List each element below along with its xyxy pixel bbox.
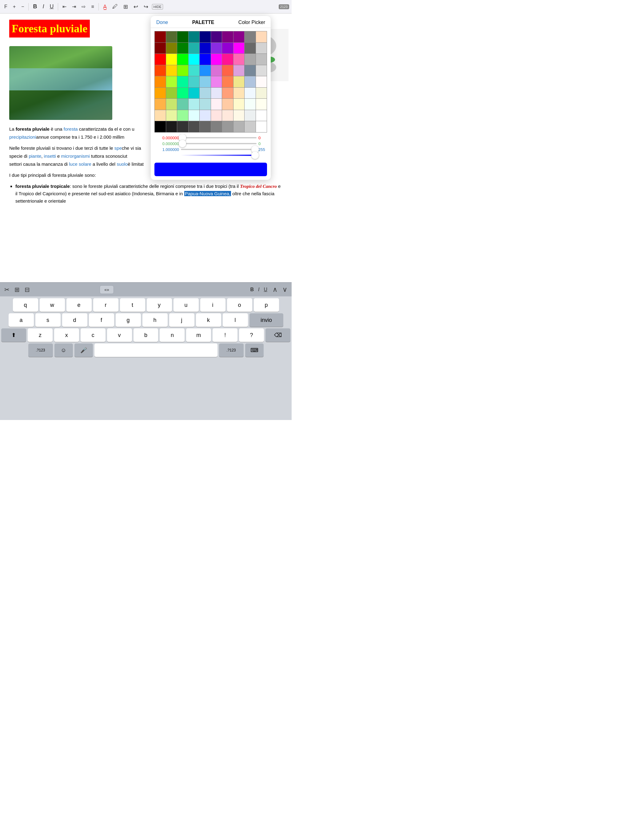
increase-font-button[interactable]: + bbox=[11, 3, 17, 11]
para2-link2[interactable]: piante bbox=[28, 153, 41, 159]
palette-cell[interactable] bbox=[211, 54, 222, 65]
palette-cell[interactable] bbox=[188, 121, 199, 132]
kb-up-button[interactable]: ∧ bbox=[271, 284, 279, 295]
key-g[interactable]: g bbox=[116, 313, 141, 327]
key-x[interactable]: x bbox=[54, 328, 79, 342]
font-button[interactable]: F bbox=[2, 3, 9, 11]
kb-italic-button[interactable]: I bbox=[256, 286, 261, 294]
palette-cell[interactable] bbox=[188, 54, 199, 65]
palette-cell[interactable] bbox=[155, 76, 166, 87]
key-p[interactable]: p bbox=[254, 298, 279, 312]
clipboard-copy-button[interactable]: ⊞ bbox=[13, 285, 21, 295]
palette-cell[interactable] bbox=[245, 99, 256, 110]
palette-cell[interactable] bbox=[188, 32, 199, 43]
para2-link3[interactable]: insetti bbox=[44, 153, 56, 159]
color-picker-tab-button[interactable]: Color Picker bbox=[238, 20, 265, 25]
palette-cell[interactable] bbox=[166, 54, 177, 65]
green-slider-track[interactable] bbox=[181, 143, 256, 144]
align-center-button[interactable]: ⇥ bbox=[70, 2, 78, 11]
palette-cell[interactable] bbox=[177, 121, 188, 132]
palette-cell[interactable] bbox=[199, 43, 211, 54]
palette-cell[interactable] bbox=[256, 65, 267, 76]
palette-cell[interactable] bbox=[211, 43, 222, 54]
kb-down-button[interactable]: ∨ bbox=[281, 284, 288, 295]
key-r[interactable]: r bbox=[93, 298, 119, 312]
palette-cell[interactable] bbox=[211, 76, 222, 87]
palette-cell[interactable] bbox=[233, 54, 245, 65]
palette-cell[interactable] bbox=[211, 65, 222, 76]
palette-cell[interactable] bbox=[256, 43, 267, 54]
undo-button[interactable]: ↩ bbox=[131, 2, 140, 11]
palette-cell[interactable] bbox=[233, 65, 245, 76]
key-shift-left[interactable]: ⬆ bbox=[1, 328, 26, 342]
palette-cell[interactable] bbox=[245, 110, 256, 121]
palette-cell[interactable] bbox=[166, 88, 177, 99]
palette-cell[interactable] bbox=[188, 65, 199, 76]
key-n[interactable]: n bbox=[160, 328, 185, 342]
palette-cell[interactable] bbox=[155, 121, 166, 132]
palette-cell[interactable] bbox=[222, 121, 233, 132]
palette-cell[interactable] bbox=[199, 110, 211, 121]
palette-cell[interactable] bbox=[188, 88, 199, 99]
palette-cell[interactable] bbox=[199, 76, 211, 87]
key-i[interactable]: i bbox=[200, 298, 225, 312]
palette-cell[interactable] bbox=[155, 54, 166, 65]
palette-cell[interactable] bbox=[233, 110, 245, 121]
palette-cell[interactable] bbox=[222, 76, 233, 87]
palette-cell[interactable] bbox=[155, 32, 166, 43]
key-a[interactable]: a bbox=[9, 313, 34, 327]
palette-cell[interactable] bbox=[155, 110, 166, 121]
scissors-button[interactable]: ✂ bbox=[3, 285, 11, 295]
palette-cell[interactable] bbox=[222, 99, 233, 110]
align-right-button[interactable]: ⇨ bbox=[80, 2, 87, 11]
bold-button[interactable]: B bbox=[31, 2, 39, 11]
palette-cell[interactable] bbox=[188, 110, 199, 121]
para2-link6[interactable]: suolo bbox=[117, 161, 128, 167]
key-invio[interactable]: invio bbox=[250, 313, 283, 327]
palette-cell[interactable] bbox=[222, 54, 233, 65]
align-left-button[interactable]: ⇤ bbox=[60, 2, 68, 11]
key-keyboard-hide[interactable]: ⌨ bbox=[245, 343, 264, 357]
palette-cell[interactable] bbox=[188, 99, 199, 110]
arrows-button[interactable]: «» bbox=[100, 285, 114, 294]
key-f[interactable]: f bbox=[89, 313, 114, 327]
key-o[interactable]: o bbox=[227, 298, 252, 312]
palette-cell[interactable] bbox=[177, 99, 188, 110]
palette-cell[interactable] bbox=[211, 110, 222, 121]
key-question[interactable]: ? bbox=[239, 328, 264, 342]
decrease-font-button[interactable]: − bbox=[19, 3, 26, 11]
palette-cell[interactable] bbox=[177, 65, 188, 76]
palette-cell[interactable] bbox=[199, 32, 211, 43]
palette-cell[interactable] bbox=[211, 32, 222, 43]
clipboard-paste-button[interactable]: ⊟ bbox=[24, 285, 31, 295]
key-backspace[interactable]: ⌫ bbox=[266, 328, 290, 342]
key-v[interactable]: v bbox=[107, 328, 132, 342]
palette-cell[interactable] bbox=[166, 43, 177, 54]
key-num-left[interactable]: .?123 bbox=[28, 343, 53, 357]
palette-cell[interactable] bbox=[245, 76, 256, 87]
palette-cell[interactable] bbox=[177, 76, 188, 87]
palette-cell[interactable] bbox=[233, 88, 245, 99]
key-space[interactable] bbox=[95, 343, 217, 357]
palette-cell[interactable] bbox=[166, 110, 177, 121]
palette-cell[interactable] bbox=[166, 76, 177, 87]
key-h[interactable]: h bbox=[142, 313, 168, 327]
para1-link1[interactable]: foresta bbox=[64, 126, 78, 132]
key-s[interactable]: s bbox=[35, 313, 60, 327]
palette-cell[interactable] bbox=[256, 88, 267, 99]
palette-cell[interactable] bbox=[155, 99, 166, 110]
palette-cell[interactable] bbox=[222, 110, 233, 121]
para2-link4[interactable]: microrganismi bbox=[61, 153, 90, 159]
palette-cell[interactable] bbox=[245, 65, 256, 76]
palette-cell[interactable] bbox=[256, 110, 267, 121]
palette-cell[interactable] bbox=[177, 32, 188, 43]
key-d[interactable]: d bbox=[62, 313, 87, 327]
key-l[interactable]: l bbox=[223, 313, 248, 327]
palette-cell[interactable] bbox=[166, 65, 177, 76]
palette-cell[interactable] bbox=[199, 121, 211, 132]
palette-cell[interactable] bbox=[233, 32, 245, 43]
key-num-right[interactable]: .?123 bbox=[219, 343, 244, 357]
para2-link5[interactable]: luce solare bbox=[69, 161, 91, 167]
palette-cell[interactable] bbox=[166, 121, 177, 132]
palette-cell[interactable] bbox=[233, 43, 245, 54]
